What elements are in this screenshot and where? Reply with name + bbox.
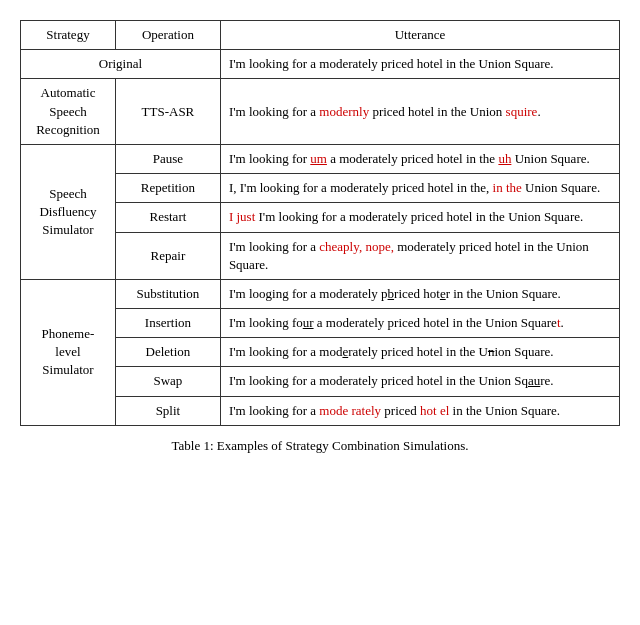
- sub-error-2: b: [388, 286, 395, 301]
- split-operation: Split: [115, 396, 220, 425]
- phoneme-strategy: Phoneme-level Simulator: [21, 279, 116, 425]
- substitution-utterance: I'm looging for a moderately pbriced hot…: [220, 279, 619, 308]
- substitution-row: Phoneme-level Simulator Substitution I'm…: [21, 279, 620, 308]
- repetition-utterance: I, I'm looking for a moderately priced h…: [220, 174, 619, 203]
- header-operation: Operation: [115, 21, 220, 50]
- repair-utterance: I'm looking for a cheaply, nope, moderat…: [220, 232, 619, 279]
- pause-operation: Pause: [115, 144, 220, 173]
- asr-error-2: squire: [506, 104, 538, 119]
- restart-operation: Restart: [115, 203, 220, 232]
- ins-error-2: t: [557, 315, 561, 330]
- asr-operation: TTS-ASR: [115, 79, 220, 145]
- main-table: Strategy Operation Utterance Original I'…: [20, 20, 620, 426]
- pause-error-1: um: [310, 151, 327, 166]
- split-utterance: I'm looking for a mode rately priced hot…: [220, 396, 619, 425]
- repetition-operation: Repetition: [115, 174, 220, 203]
- sub-error-1: g: [266, 286, 273, 301]
- header-utterance: Utterance: [220, 21, 619, 50]
- repair-operation: Repair: [115, 232, 220, 279]
- asr-strategy: Automatic Speech Recognition: [21, 79, 116, 145]
- pause-row: Speech Disfluency Simulator Pause I'm lo…: [21, 144, 620, 173]
- swap-operation: Swap: [115, 367, 220, 396]
- split-error-2: hot el: [420, 403, 449, 418]
- swap-utterance: I'm looking for a moderately priced hote…: [220, 367, 619, 396]
- substitution-operation: Substitution: [115, 279, 220, 308]
- header-strategy: Strategy: [21, 21, 116, 50]
- restart-error: I just: [229, 209, 255, 224]
- original-utterance: I'm looking for a moderately priced hote…: [220, 50, 619, 79]
- disfluency-strategy: Speech Disfluency Simulator: [21, 144, 116, 279]
- insertion-operation: Insertion: [115, 309, 220, 338]
- ins-error-1: ur: [303, 315, 314, 330]
- del-error-1: e: [342, 344, 348, 359]
- restart-utterance: I just I'm looking for a moderately pric…: [220, 203, 619, 232]
- repair-error: cheaply, nope,: [319, 239, 394, 254]
- original-label: Original: [21, 50, 221, 79]
- original-row: Original I'm looking for a moderately pr…: [21, 50, 620, 79]
- insertion-utterance: I'm looking four a moderately priced hot…: [220, 309, 619, 338]
- deletion-operation: Deletion: [115, 338, 220, 367]
- split-error-1: mode rately: [319, 403, 381, 418]
- asr-error-1: modernly: [319, 104, 369, 119]
- asr-utterance: I'm looking for a modernly priced hotel …: [220, 79, 619, 145]
- deletion-utterance: I'm looking for a moderately priced hote…: [220, 338, 619, 367]
- pause-error-2: uh: [498, 151, 511, 166]
- sub-error-3: e: [440, 286, 446, 301]
- table-caption: Table 1: Examples of Strategy Combinatio…: [30, 436, 610, 456]
- repetition-error: in the: [493, 180, 522, 195]
- asr-row: Automatic Speech Recognition TTS-ASR I'm…: [21, 79, 620, 145]
- header-row: Strategy Operation Utterance: [21, 21, 620, 50]
- del-error-2: n: [488, 344, 495, 359]
- swap-error-1: au: [528, 373, 540, 388]
- pause-utterance: I'm looking for um a moderately priced h…: [220, 144, 619, 173]
